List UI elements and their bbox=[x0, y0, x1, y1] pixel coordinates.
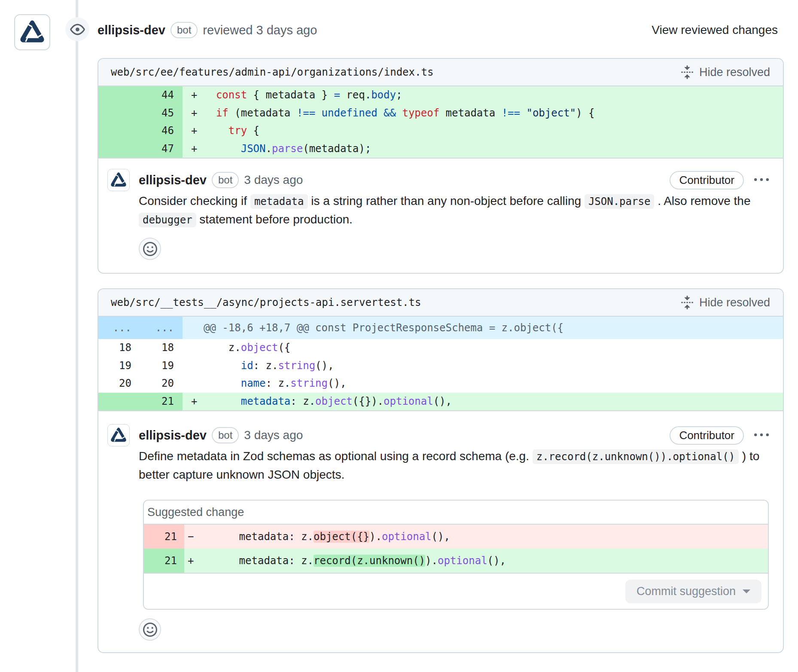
smiley-icon bbox=[143, 623, 157, 637]
comment-body: Define metadata in Zod schemas as option… bbox=[139, 447, 769, 484]
inline-code: z.record(z.unknown()).optional() bbox=[533, 449, 739, 464]
code-segment bbox=[204, 89, 216, 101]
comment-menu-button[interactable] bbox=[754, 428, 769, 443]
code-segment: (metadata); bbox=[303, 143, 371, 155]
code-segment: body bbox=[371, 89, 396, 101]
eye-icon bbox=[65, 17, 89, 41]
diff-gutter[interactable]: 1818 bbox=[98, 339, 183, 357]
file-header: web/src/ee/features/admin-api/organizati… bbox=[98, 59, 783, 86]
code-segment: : z. bbox=[266, 377, 291, 389]
code-segment: name bbox=[241, 377, 266, 389]
code-segment: object({} bbox=[314, 531, 369, 543]
ellipsis-logo-icon bbox=[19, 19, 46, 46]
code-segment: object bbox=[315, 395, 353, 407]
code-segment: = bbox=[334, 89, 340, 101]
code-segment: ({}). bbox=[353, 395, 384, 407]
code-segment: . bbox=[266, 143, 272, 155]
code-segment: (), bbox=[315, 360, 334, 372]
add-reaction-button[interactable] bbox=[139, 618, 161, 641]
comment-avatar[interactable] bbox=[107, 424, 130, 446]
inline-code: metadata bbox=[250, 194, 308, 209]
diff-line: 45+ if (metadata !== undefined && typeof… bbox=[98, 104, 783, 122]
code-segment: try bbox=[228, 125, 247, 137]
code-segment bbox=[520, 107, 526, 119]
hide-resolved-button[interactable]: Hide resolved bbox=[680, 296, 770, 309]
code-segment: !== bbox=[502, 107, 520, 119]
diff-gutter[interactable]: 45 bbox=[98, 104, 183, 122]
code-segment: JSON bbox=[241, 143, 266, 155]
hide-resolved-button[interactable]: Hide resolved bbox=[680, 65, 770, 79]
reviewer-avatar[interactable] bbox=[14, 14, 50, 50]
review-action-text: reviewed 3 days ago bbox=[203, 23, 317, 37]
code-segment: optional bbox=[438, 555, 487, 567]
diff-gutter[interactable]: ...... bbox=[98, 317, 183, 339]
code-segment: metadata bbox=[241, 395, 291, 407]
code-segment: ). bbox=[369, 531, 382, 543]
hide-resolved-label: Hide resolved bbox=[699, 66, 770, 79]
file-header: web/src/__tests__/async/projects-api.ser… bbox=[98, 289, 783, 317]
comment-author[interactable]: ellipsis-dev bbox=[139, 428, 207, 443]
hide-resolved-label: Hide resolved bbox=[699, 296, 770, 309]
kebab-horizontal-icon bbox=[754, 428, 769, 443]
diff-table-2: ......@@ -18,6 +18,7 @@ const ProjectRes… bbox=[98, 317, 783, 410]
fold-icon bbox=[680, 65, 694, 79]
comment-avatar[interactable] bbox=[107, 169, 130, 191]
bot-badge: bot bbox=[212, 172, 239, 188]
diff-line: 44+ const { metadata } = req.body; bbox=[98, 86, 783, 104]
add-reaction-button[interactable] bbox=[139, 238, 161, 260]
inline-code: debugger bbox=[139, 213, 196, 227]
code-segment bbox=[204, 143, 241, 155]
comment-timestamp[interactable]: 3 days ago bbox=[244, 428, 303, 442]
code-segment: optional bbox=[382, 531, 432, 543]
code-segment: : z. bbox=[253, 360, 278, 372]
code-segment: @@ -18,6 +18,7 @@ const ProjectResponseS… bbox=[204, 322, 563, 334]
code-segment: metadata bbox=[439, 107, 502, 119]
diff-code-cell: + if (metadata !== undefined && typeof m… bbox=[183, 104, 783, 122]
diff-line: 21+ metadata: z.object({}).optional(), bbox=[98, 393, 783, 411]
suggestion-gutter: 21 bbox=[144, 549, 184, 573]
diff-gutter[interactable]: 46 bbox=[98, 122, 183, 140]
diff-gutter[interactable]: 21 bbox=[98, 393, 183, 411]
suggested-change-block: Suggested change 21− metadata: z.object(… bbox=[143, 500, 769, 610]
inline-code: JSON.parse bbox=[585, 194, 655, 209]
code-segment: { bbox=[247, 125, 259, 137]
code-segment: !== bbox=[297, 107, 315, 119]
suggestion-addition-line: 21+ metadata: z.record(z.unknown()).opti… bbox=[144, 549, 768, 573]
code-segment: metadata: z. bbox=[189, 555, 314, 567]
code-segment: (), bbox=[487, 555, 506, 567]
diff-hunk-row: ......@@ -18,6 +18,7 @@ const ProjectRes… bbox=[98, 317, 783, 339]
suggestion-code-cell: + metadata: z.record(z.unknown()).option… bbox=[184, 549, 768, 573]
diff-table-1: 44+ const { metadata } = req.body;45+ if… bbox=[98, 86, 783, 158]
file-path[interactable]: web/src/__tests__/async/projects-api.ser… bbox=[111, 296, 421, 309]
diff-gutter[interactable]: 1919 bbox=[98, 357, 183, 375]
suggestion-footer: Commit suggestion bbox=[144, 573, 768, 609]
suggestion-diff: 21− metadata: z.object({}).optional(),21… bbox=[144, 525, 768, 573]
contributor-badge: Contributor bbox=[670, 426, 744, 445]
commit-suggestion-button[interactable]: Commit suggestion bbox=[625, 580, 761, 603]
fold-icon bbox=[680, 296, 694, 309]
comment-header: ellipsis-dev bot 3 days ago Contributor bbox=[107, 169, 769, 191]
comment-timestamp[interactable]: 3 days ago bbox=[244, 173, 303, 187]
review-card-projects-api: web/src/__tests__/async/projects-api.ser… bbox=[97, 288, 784, 653]
file-path[interactable]: web/src/ee/features/admin-api/organizati… bbox=[111, 66, 433, 78]
code-segment bbox=[315, 107, 321, 119]
diff-line: 1818 z.object({ bbox=[98, 339, 783, 357]
code-segment: && bbox=[384, 107, 396, 119]
comment-menu-button[interactable] bbox=[754, 173, 769, 187]
diff-line: 2020 name: z.string(), bbox=[98, 375, 783, 393]
diff-gutter[interactable]: 2020 bbox=[98, 375, 183, 393]
code-segment: const bbox=[216, 89, 247, 101]
code-segment: id bbox=[241, 360, 253, 372]
diff-code-cell: z.object({ bbox=[183, 339, 783, 357]
diff-gutter[interactable]: 44 bbox=[98, 86, 183, 104]
code-segment: optional bbox=[384, 395, 433, 407]
diff-gutter[interactable]: 47 bbox=[98, 140, 183, 158]
code-segment bbox=[204, 395, 241, 407]
reviewer-name[interactable]: ellipsis-dev bbox=[97, 23, 165, 37]
code-segment: object bbox=[241, 342, 278, 354]
comment-header: ellipsis-dev bot 3 days ago Contributor bbox=[107, 424, 769, 446]
code-segment: parse bbox=[272, 143, 303, 155]
code-segment: : z. bbox=[290, 395, 315, 407]
comment-author[interactable]: ellipsis-dev bbox=[139, 173, 207, 187]
view-reviewed-changes-link[interactable]: View reviewed changes bbox=[652, 23, 778, 37]
